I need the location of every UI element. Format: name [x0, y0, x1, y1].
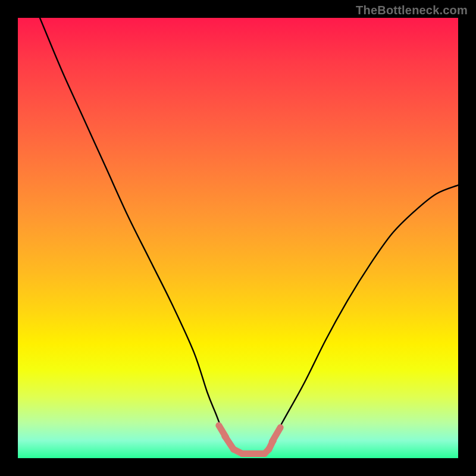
highlight-dot — [230, 446, 237, 453]
highlight-dot — [265, 446, 272, 453]
highlight-dot — [248, 450, 255, 457]
highlight-segment — [234, 449, 243, 453]
highlight-segment — [219, 425, 226, 437]
highlight-segment — [225, 436, 234, 449]
highlight-segment — [272, 427, 280, 441]
highlight-dot — [270, 437, 277, 444]
chart-frame: TheBottleneck.com — [0, 0, 476, 476]
highlight-dot — [257, 450, 264, 457]
watermark-text: TheBottleneck.com — [356, 4, 468, 17]
curve-path-group — [40, 18, 458, 454]
highlight-dot — [221, 433, 228, 440]
highlight-segment — [269, 440, 273, 449]
highlight-segment — [264, 449, 268, 453]
highlight-dot — [239, 450, 246, 457]
plot-area — [18, 18, 458, 458]
highlight-dot — [261, 450, 268, 457]
highlight-band — [219, 425, 280, 457]
bottleneck-curve — [40, 18, 458, 454]
curve-svg — [18, 18, 458, 458]
